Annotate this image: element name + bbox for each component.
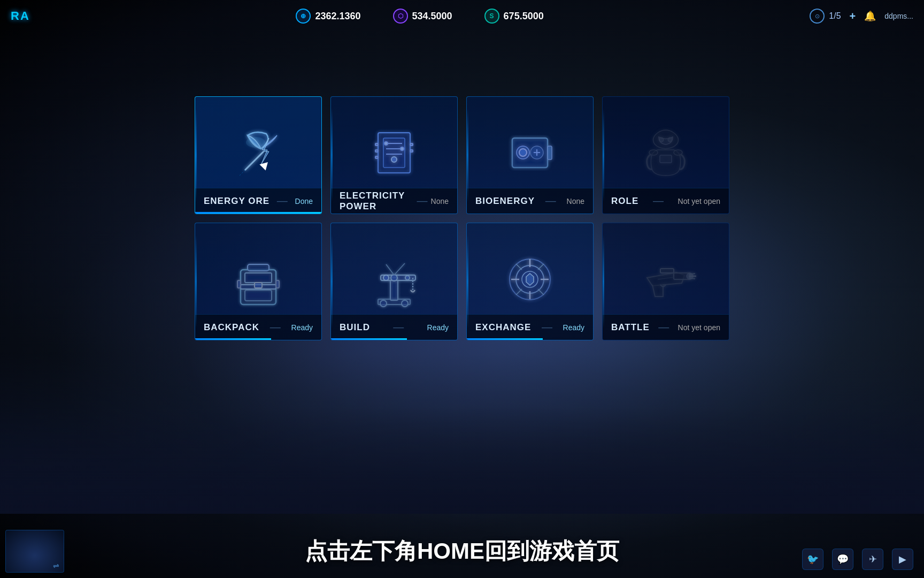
currency-1[interactable]: ⊕ 2362.1360	[296, 9, 360, 24]
card-footer-role: ROLE — Not yet open	[603, 188, 729, 214]
twitter-icon[interactable]: 🐦	[802, 549, 823, 570]
svg-rect-17	[548, 146, 552, 159]
svg-point-46	[402, 300, 408, 307]
currency-3[interactable]: S 675.5000	[484, 9, 544, 24]
footer-sep: —	[277, 195, 288, 207]
svg-rect-33	[255, 283, 262, 288]
svg-point-19	[519, 149, 527, 156]
card-progress-exchange	[467, 338, 543, 340]
footer-sep: —	[658, 321, 669, 333]
card-name-electricity-power: Electricity Power	[340, 191, 414, 212]
crane-icon	[362, 246, 426, 315]
card-status-exchange: Ready	[563, 323, 584, 332]
card-bioenergy[interactable]: Bioenergy — None	[466, 96, 594, 214]
currency-display: ⊕ 2362.1360 ⬡ 534.5000 S 675.5000	[30, 9, 810, 24]
svg-rect-34	[237, 280, 241, 288]
svg-point-10	[391, 157, 397, 162]
card-footer-build: BUILD — Ready	[331, 314, 457, 340]
telegram-icon[interactable]: ✈	[862, 549, 883, 570]
card-exchange[interactable]: EXCHANGE — Ready	[466, 223, 594, 340]
currency-2-icon: ⬡	[393, 9, 408, 24]
svg-rect-29	[248, 264, 269, 271]
card-status-build: Ready	[427, 323, 449, 332]
currency-2[interactable]: ⬡ 534.5000	[393, 9, 452, 24]
currency-1-value: 2362.1360	[315, 11, 360, 22]
exchange-icon	[498, 246, 562, 315]
card-status-battle: Not yet open	[678, 323, 720, 332]
footer-sep: —	[542, 321, 552, 333]
svg-point-27	[668, 138, 672, 142]
svg-line-44	[394, 263, 405, 275]
minimap[interactable]: ⇌	[5, 530, 64, 573]
youtube-icon[interactable]: ▶	[892, 549, 913, 570]
session-info: ⊙ 1/5	[810, 9, 841, 24]
pickaxe-icon	[226, 119, 290, 189]
card-electricity-power[interactable]: Electricity Power — None	[330, 96, 458, 214]
bottombar: 点击左下角HOME回到游戏首页	[0, 524, 924, 578]
card-name-role: ROLE	[611, 196, 638, 207]
game-menu-grid: Energy Ore — Done	[195, 96, 729, 340]
card-backpack[interactable]: BACKPACK — Ready	[195, 223, 322, 340]
currency-3-value: 675.5000	[504, 11, 544, 22]
card-name-backpack: BACKPACK	[204, 322, 259, 333]
battery-icon	[498, 119, 562, 189]
svg-rect-15	[410, 150, 413, 152]
svg-point-24	[649, 150, 658, 155]
svg-rect-53	[660, 269, 674, 273]
currency-1-icon: ⊕	[296, 9, 311, 24]
svg-rect-14	[410, 143, 413, 146]
add-button[interactable]: +	[850, 10, 856, 22]
card-progress-energy-ore	[195, 212, 321, 214]
svg-line-43	[386, 264, 394, 275]
card-status-role: Not yet open	[678, 197, 720, 206]
svg-point-45	[380, 300, 387, 307]
card-name-battle: BATTLE	[611, 322, 650, 333]
svg-point-25	[674, 150, 682, 155]
footer-sep: —	[545, 195, 556, 207]
card-footer-bioenergy: Bioenergy — None	[467, 188, 593, 214]
card-build[interactable]: BUILD — Ready	[330, 223, 458, 340]
card-name-exchange: EXCHANGE	[475, 322, 531, 333]
gun-icon	[634, 246, 698, 315]
svg-rect-23	[660, 155, 672, 163]
svg-line-2	[240, 170, 245, 176]
card-name-bioenergy: Bioenergy	[475, 196, 535, 207]
social-icons: 🐦 💬 ✈ ▶	[802, 549, 913, 570]
game-logo: RA	[11, 9, 30, 23]
svg-line-0	[245, 151, 264, 170]
card-status-energy-ore: Done	[295, 197, 313, 206]
session-icon: ⊙	[810, 9, 825, 24]
username-display: ddpms...	[884, 12, 913, 20]
footer-sep: —	[417, 195, 428, 207]
session-value: 1/5	[829, 11, 841, 21]
card-role[interactable]: ROLE — Not yet open	[602, 96, 729, 214]
svg-rect-31	[245, 290, 272, 301]
card-status-electricity-power: None	[431, 197, 449, 206]
card-footer-electricity-power: Electricity Power — None	[331, 188, 457, 214]
backpack-icon	[226, 246, 290, 315]
svg-rect-35	[276, 280, 279, 288]
footer-sep: —	[653, 195, 664, 207]
svg-point-39	[383, 275, 389, 280]
robot-icon	[634, 119, 698, 189]
svg-point-8	[384, 142, 388, 145]
card-battle[interactable]: BATTLE — Not yet open	[602, 223, 729, 340]
svg-point-41	[405, 276, 410, 280]
card-progress-backpack	[195, 338, 271, 340]
discord-icon[interactable]: 💬	[832, 549, 853, 570]
card-status-bioenergy: None	[567, 197, 584, 206]
card-energy-ore[interactable]: Energy Ore — Done	[195, 96, 322, 214]
svg-point-40	[391, 275, 397, 281]
footer-sep: —	[270, 321, 281, 333]
currency-2-value: 534.5000	[412, 11, 452, 22]
card-footer-exchange: EXCHANGE — Ready	[467, 314, 593, 340]
card-status-backpack: Ready	[291, 323, 313, 332]
svg-rect-11	[375, 143, 378, 146]
svg-rect-32	[245, 273, 272, 283]
minimap-arrow-icon: ⇌	[53, 561, 59, 570]
topbar: RA ⊕ 2362.1360 ⬡ 534.5000 S 675.5000 ⊙ 1…	[0, 0, 924, 32]
topbar-right: ⊙ 1/5 + 🔔 ddpms...	[810, 9, 913, 24]
footer-sep: —	[393, 321, 404, 333]
notification-bell[interactable]: 🔔	[864, 10, 876, 22]
bottom-hint-text: 点击左下角HOME回到游戏首页	[305, 536, 619, 566]
